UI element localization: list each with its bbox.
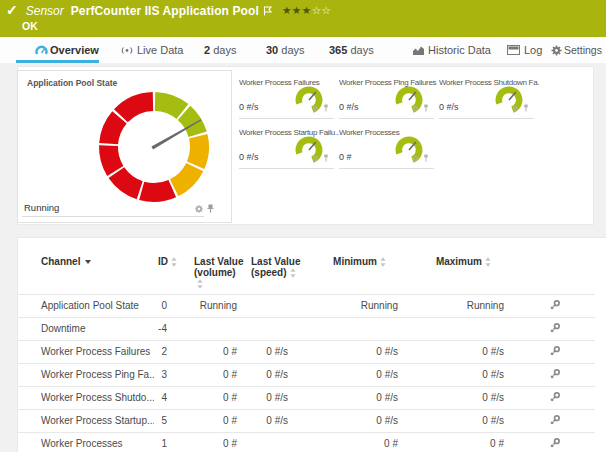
tab-overview[interactable]: Overview	[16, 37, 99, 63]
minimum-value	[301, 317, 408, 340]
channel-row[interactable]: Worker Process Startup...50 #0 #/s0 #/s0…	[18, 409, 595, 432]
gear-icon[interactable]	[412, 105, 419, 112]
gear-icon[interactable]	[412, 155, 419, 162]
channel-row[interactable]: Application Pool State0RunningRunningRun…	[18, 294, 595, 317]
channel-name: Application Pool State	[18, 294, 154, 317]
maximum-value: 0 #/s	[408, 340, 514, 363]
tab-365-days-unit: days	[350, 44, 373, 56]
last-value-volume: 0 #	[177, 386, 247, 409]
tab-bar: Overview Live Data 2 days 30 days 365 da…	[0, 37, 606, 63]
channel-row[interactable]: Worker Processes10 #0 #0 #	[18, 432, 595, 452]
last-value-volume: 0 #	[177, 432, 247, 452]
last-value-volume	[177, 317, 247, 340]
mini-panel-value: 0 #/s	[439, 102, 459, 112]
tab-log[interactable]: Log	[506, 37, 546, 63]
state-gauge	[97, 90, 211, 204]
wrench-icon[interactable]	[549, 414, 561, 426]
channel-row[interactable]: Worker Process Failures20 #0 #/s0 #/s0 #…	[18, 340, 595, 363]
mini-panel-title: Worker Process Failures	[239, 78, 339, 87]
channel-table-section: Channel ID Last Value(volume) Last Value…	[17, 237, 606, 452]
pin-icon[interactable]	[207, 204, 214, 213]
flag-icon[interactable]	[263, 2, 272, 20]
column-header-id[interactable]: ID	[154, 238, 177, 294]
pin-icon[interactable]	[523, 104, 529, 112]
channel-id: 4	[154, 386, 177, 409]
maximum-value: 0 #/s	[408, 409, 514, 432]
wrench-icon[interactable]	[549, 345, 561, 357]
overview-gauge-icon	[35, 45, 48, 58]
tab-overview-label: Overview	[50, 44, 99, 56]
channel-name: Worker Processes	[18, 432, 154, 452]
state-current-value: Running	[24, 202, 59, 213]
gear-icon[interactable]	[512, 105, 519, 112]
live-data-icon	[120, 45, 134, 58]
channel-table-header-row: Channel ID Last Value(volume) Last Value…	[18, 238, 595, 294]
wrench-icon[interactable]	[549, 299, 561, 311]
priority-stars[interactable]: ★★★☆☆	[282, 4, 332, 16]
last-value-speed	[247, 294, 301, 317]
channel-table: Channel ID Last Value(volume) Last Value…	[18, 238, 595, 452]
sort-icon	[485, 257, 491, 267]
wrench-icon[interactable]	[549, 322, 561, 334]
mini-panel-worker-process-shutdown-failures: Worker Process Shutdown Fa... 0 #/s	[439, 73, 534, 119]
tab-live-data[interactable]: Live Data	[118, 37, 188, 63]
wrench-icon[interactable]	[549, 368, 561, 380]
column-header-last-value-volume[interactable]: Last Value(volume)	[177, 238, 247, 294]
tab-365-days[interactable]: 365 days	[324, 37, 376, 63]
mini-panel-value: 0 #	[339, 152, 352, 162]
tab-settings[interactable]: Settings	[550, 37, 604, 63]
active-tab-underline	[16, 60, 99, 63]
last-value-speed: 0 #/s	[247, 386, 301, 409]
column-header-maximum[interactable]: Maximum	[408, 238, 514, 294]
pin-icon[interactable]	[423, 104, 429, 112]
column-header-last-value-speed[interactable]: Last Value(speed)	[247, 238, 301, 294]
gear-icon[interactable]	[312, 105, 319, 112]
pin-icon[interactable]	[323, 104, 329, 112]
mini-panel-worker-processes: Worker Processes 0 #	[339, 123, 434, 169]
mini-panel-worker-process-failures: Worker Process Failures 0 #/s	[239, 73, 334, 119]
column-header-channel[interactable]: Channel	[18, 238, 154, 294]
wrench-icon[interactable]	[549, 391, 561, 403]
mini-panel-worker-process-startup-failures: Worker Process Startup Failu... 0 #/s	[239, 123, 334, 169]
channel-row[interactable]: Downtime-4	[18, 317, 595, 340]
pin-icon[interactable]	[323, 154, 329, 162]
divider	[22, 216, 204, 217]
channel-settings-cell	[514, 432, 595, 452]
tab-2-days[interactable]: 2 days	[196, 37, 236, 63]
application-pool-state-panel: Application Pool State Running	[17, 70, 232, 223]
channel-id: 0	[154, 294, 177, 317]
sort-desc-icon	[85, 260, 91, 264]
maximum-value: 0 #	[408, 432, 514, 452]
channel-row[interactable]: Worker Process Shutdo...40 #0 #/s0 #/s0 …	[18, 386, 595, 409]
maximum-value: 0 #/s	[408, 363, 514, 386]
gear-icon[interactable]	[312, 155, 319, 162]
tab-2-days-num: 2	[204, 44, 210, 56]
tab-historic-data-label: Historic Data	[428, 44, 491, 56]
gear-icon[interactable]	[195, 205, 203, 213]
channel-settings-cell	[514, 363, 595, 386]
channel-id: -4	[154, 317, 177, 340]
channel-name: Downtime	[18, 317, 154, 340]
column-header-actions	[514, 238, 595, 294]
maximum-value	[408, 317, 514, 340]
maximum-value: Running	[408, 294, 514, 317]
pin-icon[interactable]	[423, 154, 429, 162]
mini-panel-worker-process-ping-failures: Worker Process Ping Failures 0 #/s	[339, 73, 434, 119]
mini-panel-title: Worker Process Startup Failu...	[239, 128, 339, 137]
last-value-speed: 0 #/s	[247, 363, 301, 386]
channel-row[interactable]: Worker Process Ping Fa...30 #0 #/s0 #/s0…	[18, 363, 595, 386]
last-value-volume: 0 #	[177, 340, 247, 363]
column-header-minimum[interactable]: Minimum	[301, 238, 408, 294]
overview-section: Application Pool State Running Worker Pr…	[17, 66, 594, 225]
last-value-speed	[247, 432, 301, 452]
sensor-status: OK	[22, 20, 38, 32]
tab-2-days-unit: days	[213, 44, 236, 56]
wrench-icon[interactable]	[549, 437, 561, 449]
last-value-speed	[247, 317, 301, 340]
tab-historic-data[interactable]: Historic Data	[411, 37, 486, 63]
last-value-speed: 0 #/s	[247, 409, 301, 432]
tab-30-days[interactable]: 30 days	[260, 37, 306, 63]
sort-icon	[171, 257, 177, 267]
maximum-value: 0 #/s	[408, 386, 514, 409]
tab-settings-label: Settings	[564, 44, 602, 56]
